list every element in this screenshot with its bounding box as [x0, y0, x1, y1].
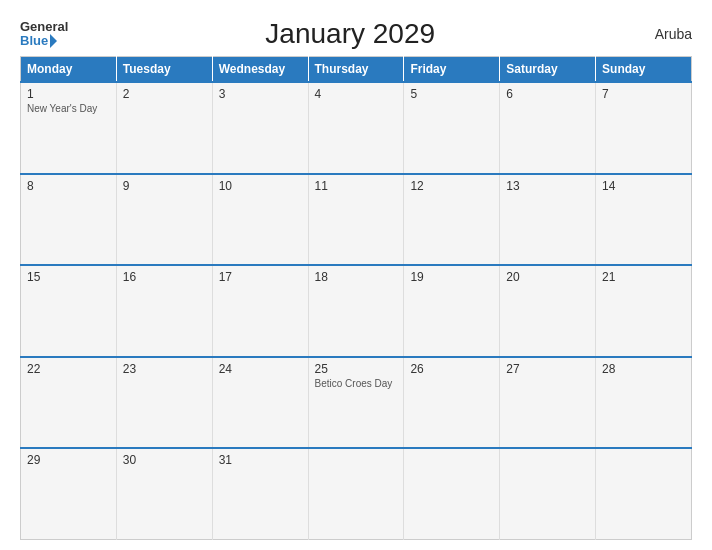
day-number: 18 — [315, 270, 398, 284]
calendar-week-row: 15161718192021 — [21, 265, 692, 357]
column-header-tuesday: Tuesday — [116, 57, 212, 83]
day-number: 4 — [315, 87, 398, 101]
day-number: 22 — [27, 362, 110, 376]
calendar-cell: 11 — [308, 174, 404, 266]
calendar-cell: 10 — [212, 174, 308, 266]
calendar-cell: 12 — [404, 174, 500, 266]
day-number: 10 — [219, 179, 302, 193]
calendar-cell: 1New Year's Day — [21, 82, 117, 174]
calendar-cell: 8 — [21, 174, 117, 266]
calendar-week-row: 293031 — [21, 448, 692, 540]
calendar-cell: 5 — [404, 82, 500, 174]
day-number: 24 — [219, 362, 302, 376]
day-number: 30 — [123, 453, 206, 467]
column-header-sunday: Sunday — [596, 57, 692, 83]
calendar-cell: 25Betico Croes Day — [308, 357, 404, 449]
calendar-cell: 28 — [596, 357, 692, 449]
day-number: 13 — [506, 179, 589, 193]
calendar-header-row: MondayTuesdayWednesdayThursdayFridaySatu… — [21, 57, 692, 83]
day-number: 3 — [219, 87, 302, 101]
calendar-cell: 18 — [308, 265, 404, 357]
calendar-cell: 26 — [404, 357, 500, 449]
calendar-cell — [404, 448, 500, 540]
calendar-week-row: 22232425Betico Croes Day262728 — [21, 357, 692, 449]
calendar-cell: 3 — [212, 82, 308, 174]
calendar-cell: 13 — [500, 174, 596, 266]
day-number: 23 — [123, 362, 206, 376]
calendar-cell: 27 — [500, 357, 596, 449]
calendar-cell: 17 — [212, 265, 308, 357]
logo-general-text: General — [20, 20, 68, 34]
holiday-label: Betico Croes Day — [315, 378, 398, 389]
calendar-cell: 21 — [596, 265, 692, 357]
calendar-cell — [308, 448, 404, 540]
calendar-cell: 15 — [21, 265, 117, 357]
day-number: 27 — [506, 362, 589, 376]
calendar-cell: 20 — [500, 265, 596, 357]
logo-blue-text: Blue — [20, 34, 57, 48]
day-number: 21 — [602, 270, 685, 284]
day-number: 2 — [123, 87, 206, 101]
calendar-cell: 7 — [596, 82, 692, 174]
calendar-cell: 2 — [116, 82, 212, 174]
day-number: 25 — [315, 362, 398, 376]
calendar-cell: 6 — [500, 82, 596, 174]
calendar-cell: 24 — [212, 357, 308, 449]
calendar-cell: 23 — [116, 357, 212, 449]
day-number: 19 — [410, 270, 493, 284]
calendar-table: MondayTuesdayWednesdayThursdayFridaySatu… — [20, 56, 692, 540]
day-number: 9 — [123, 179, 206, 193]
calendar-cell: 14 — [596, 174, 692, 266]
holiday-label: New Year's Day — [27, 103, 110, 114]
calendar-cell: 19 — [404, 265, 500, 357]
calendar-cell — [500, 448, 596, 540]
day-number: 20 — [506, 270, 589, 284]
day-number: 14 — [602, 179, 685, 193]
calendar-title: January 2029 — [68, 18, 632, 50]
day-number: 5 — [410, 87, 493, 101]
calendar-week-row: 1New Year's Day234567 — [21, 82, 692, 174]
calendar-week-row: 891011121314 — [21, 174, 692, 266]
page: General Blue January 2029 Aruba MondayTu… — [0, 0, 712, 550]
day-number: 7 — [602, 87, 685, 101]
column-header-monday: Monday — [21, 57, 117, 83]
day-number: 16 — [123, 270, 206, 284]
calendar-cell — [596, 448, 692, 540]
calendar-cell: 29 — [21, 448, 117, 540]
calendar-cell: 30 — [116, 448, 212, 540]
column-header-saturday: Saturday — [500, 57, 596, 83]
day-number: 12 — [410, 179, 493, 193]
day-number: 1 — [27, 87, 110, 101]
calendar-cell: 16 — [116, 265, 212, 357]
day-number: 8 — [27, 179, 110, 193]
logo: General Blue — [20, 20, 68, 49]
calendar-cell: 4 — [308, 82, 404, 174]
column-header-friday: Friday — [404, 57, 500, 83]
day-number: 6 — [506, 87, 589, 101]
day-number: 28 — [602, 362, 685, 376]
day-number: 31 — [219, 453, 302, 467]
calendar-cell: 22 — [21, 357, 117, 449]
column-header-thursday: Thursday — [308, 57, 404, 83]
calendar-cell: 31 — [212, 448, 308, 540]
logo-triangle-icon — [50, 34, 57, 48]
day-number: 29 — [27, 453, 110, 467]
day-number: 17 — [219, 270, 302, 284]
day-number: 11 — [315, 179, 398, 193]
column-header-wednesday: Wednesday — [212, 57, 308, 83]
calendar-cell: 9 — [116, 174, 212, 266]
country-label: Aruba — [632, 26, 692, 42]
day-number: 26 — [410, 362, 493, 376]
header: General Blue January 2029 Aruba — [20, 18, 692, 50]
day-number: 15 — [27, 270, 110, 284]
